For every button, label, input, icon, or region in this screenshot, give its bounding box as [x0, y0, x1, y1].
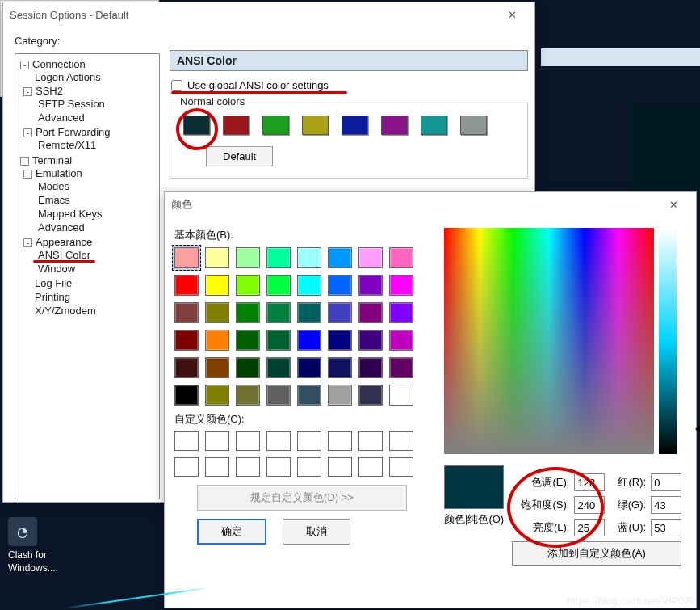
basic-swatch[interactable]	[266, 330, 291, 351]
tree-collapse-icon[interactable]: -	[23, 170, 32, 179]
tree-connection[interactable]: Connection	[32, 58, 86, 70]
custom-swatch[interactable]	[389, 431, 413, 451]
basic-swatch[interactable]	[236, 357, 260, 378]
custom-swatch[interactable]	[389, 457, 413, 477]
basic-swatch[interactable]	[328, 357, 352, 378]
tree-logfile[interactable]: Log File	[35, 277, 72, 289]
tree-xyz[interactable]: X/Y/Zmodem	[35, 305, 96, 317]
basic-swatch[interactable]	[389, 330, 413, 351]
normal-swatch-5[interactable]	[381, 116, 408, 135]
custom-swatch[interactable]	[236, 457, 260, 477]
basic-swatch[interactable]	[358, 247, 383, 268]
custom-swatch[interactable]	[328, 457, 352, 477]
tree-ansicolor[interactable]: ANSI Color	[38, 249, 90, 261]
tree-collapse-icon[interactable]: -	[20, 157, 29, 166]
tree-advanced-emu[interactable]: Advanced	[38, 221, 85, 233]
custom-swatch[interactable]	[236, 431, 260, 451]
tree-ssh2[interactable]: SSH2	[36, 85, 63, 97]
basic-swatch[interactable]	[174, 275, 199, 296]
normal-swatch-7[interactable]	[460, 116, 487, 135]
basic-swatch[interactable]	[174, 247, 199, 268]
basic-swatch[interactable]	[205, 330, 229, 351]
basic-swatch[interactable]	[266, 302, 291, 323]
tree-remotex11[interactable]: Remote/X11	[38, 139, 96, 151]
basic-swatch[interactable]	[389, 385, 413, 406]
color-titlebar[interactable]: 颜色 ✕	[165, 192, 696, 217]
basic-swatch[interactable]	[328, 330, 352, 351]
tree-appearance[interactable]: Appearance	[36, 236, 92, 248]
hue-input[interactable]	[574, 473, 605, 491]
normal-swatch-3[interactable]	[302, 116, 329, 135]
category-tree[interactable]: -Connection Logon Actions -SSH2 SFTP Ses…	[15, 53, 160, 499]
normal-swatch-6[interactable]	[421, 116, 447, 135]
tree-printing[interactable]: Printing	[35, 291, 70, 303]
basic-swatch[interactable]	[236, 330, 260, 351]
basic-swatch[interactable]	[205, 247, 229, 268]
tree-logon[interactable]: Logon Actions	[35, 71, 101, 83]
green-input[interactable]	[651, 496, 681, 514]
basic-swatch[interactable]	[266, 275, 291, 296]
normal-swatch-1[interactable]	[223, 116, 249, 135]
basic-swatch[interactable]	[358, 275, 383, 296]
basic-swatch[interactable]	[236, 302, 260, 323]
tree-collapse-icon[interactable]: -	[23, 87, 32, 96]
luminance-arrow-icon[interactable]	[695, 423, 700, 435]
tree-terminal[interactable]: Terminal	[32, 154, 72, 166]
sat-input[interactable]	[574, 496, 605, 514]
basic-swatch[interactable]	[297, 330, 321, 351]
basic-swatch[interactable]	[205, 302, 229, 323]
custom-swatch[interactable]	[174, 431, 199, 451]
app-icon[interactable]: ◔	[8, 517, 37, 546]
basic-swatch[interactable]	[389, 302, 413, 323]
custom-swatch[interactable]	[205, 457, 229, 477]
tree-collapse-icon[interactable]: -	[23, 128, 32, 137]
basic-swatch[interactable]	[328, 302, 352, 323]
luminance-slider[interactable]	[659, 228, 677, 454]
basic-swatch[interactable]	[205, 357, 229, 378]
basic-swatch[interactable]	[358, 357, 383, 378]
tree-emulation[interactable]: Emulation	[36, 167, 82, 179]
red-input[interactable]	[651, 473, 681, 491]
basic-swatch[interactable]	[236, 275, 260, 296]
global-ansi-checkbox[interactable]	[171, 80, 182, 91]
basic-swatch[interactable]	[297, 275, 321, 296]
normal-swatch-4[interactable]	[342, 116, 368, 135]
basic-swatch[interactable]	[297, 247, 321, 268]
basic-swatch[interactable]	[389, 357, 413, 378]
basic-swatch[interactable]	[358, 385, 383, 406]
basic-swatch[interactable]	[328, 247, 352, 268]
basic-swatch[interactable]	[266, 385, 291, 406]
basic-swatch[interactable]	[174, 357, 199, 378]
custom-swatch[interactable]	[205, 431, 229, 451]
normal-swatch-0[interactable]	[183, 116, 210, 135]
basic-swatch[interactable]	[236, 247, 260, 268]
tree-modes[interactable]: Modes	[38, 180, 69, 192]
basic-swatch[interactable]	[358, 330, 383, 351]
cancel-button[interactable]: 取消	[283, 519, 350, 545]
custom-swatch[interactable]	[266, 431, 291, 451]
tree-mapped[interactable]: Mapped Keys	[38, 208, 103, 220]
custom-swatch[interactable]	[174, 457, 199, 477]
tree-collapse-icon[interactable]: -	[20, 61, 29, 69]
basic-swatch[interactable]	[297, 302, 321, 323]
custom-swatch[interactable]	[328, 431, 352, 451]
basic-swatch[interactable]	[328, 385, 352, 406]
close-icon[interactable]: ✕	[496, 3, 528, 26]
basic-swatch[interactable]	[328, 275, 352, 296]
color-gradient[interactable]	[444, 228, 654, 454]
ok-button[interactable]: 确定	[197, 519, 266, 545]
tree-collapse-icon[interactable]: -	[23, 238, 32, 247]
blue-input[interactable]	[651, 519, 681, 536]
default-button[interactable]: Default	[206, 146, 273, 166]
lum-input[interactable]	[574, 519, 605, 536]
tree-window[interactable]: Window	[38, 263, 75, 275]
custom-swatch[interactable]	[266, 457, 291, 477]
add-custom-button[interactable]: 添加到自定义颜色(A)	[512, 541, 681, 566]
basic-swatch[interactable]	[174, 385, 199, 406]
custom-swatch[interactable]	[297, 457, 321, 477]
normal-swatch-2[interactable]	[262, 116, 289, 135]
tree-advanced-ssh[interactable]: Advanced	[38, 111, 85, 124]
session-titlebar[interactable]: Session Options - Default ✕	[3, 2, 534, 27]
tree-emacs[interactable]: Emacs	[38, 194, 70, 206]
custom-swatch[interactable]	[297, 431, 321, 451]
